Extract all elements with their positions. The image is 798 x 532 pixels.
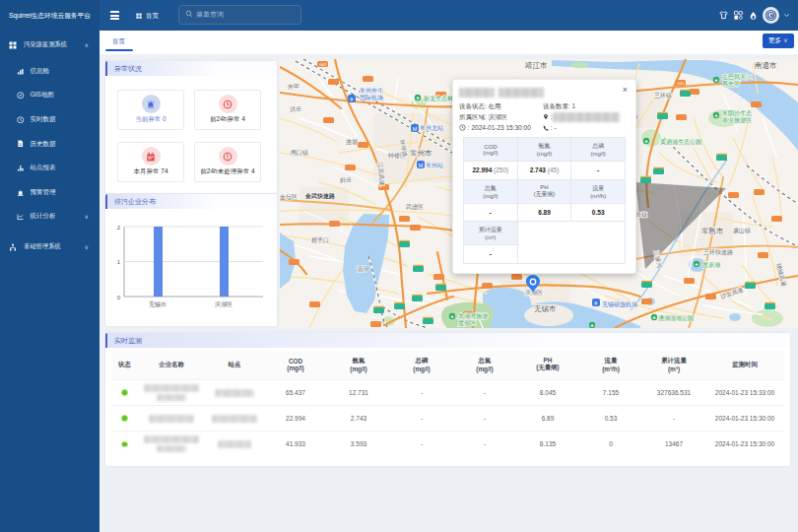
svg-text:漕湖湿地公园: 漕湖湿地公园 bbox=[658, 314, 694, 322]
svg-text:常熟市: 常熟市 bbox=[701, 227, 724, 235]
svg-text:闸口镇: 闸口镇 bbox=[291, 150, 308, 157]
svg-text:金坛区: 金坛区 bbox=[280, 193, 298, 200]
svg-text:✈: ✈ bbox=[350, 97, 355, 102]
svg-text:新龙生态林: 新龙生态林 bbox=[424, 95, 454, 101]
svg-text:风光带: 风光带 bbox=[722, 81, 740, 88]
svg-text:♣: ♣ bbox=[417, 96, 420, 100]
svg-text:♣: ♣ bbox=[715, 78, 718, 83]
svg-text:M: M bbox=[419, 163, 424, 168]
svg-text:M: M bbox=[413, 126, 418, 132]
svg-text:洪庄: 洪庄 bbox=[290, 105, 301, 112]
svg-text:0: 0 bbox=[117, 295, 121, 300]
svg-text:三环镇: 三环镇 bbox=[654, 93, 672, 99]
svg-text:♣: ♣ bbox=[591, 323, 594, 328]
svg-text:连塘: 连塘 bbox=[346, 138, 358, 146]
svg-text:靖江市: 靖江市 bbox=[525, 61, 548, 70]
svg-text:G42: G42 bbox=[319, 62, 327, 67]
svg-text:国际机场: 国际机场 bbox=[360, 94, 383, 101]
svg-text:滨湖区: 滨湖区 bbox=[215, 300, 233, 307]
svg-text:1: 1 bbox=[117, 259, 121, 265]
svg-text:金武快速路: 金武快速路 bbox=[304, 192, 336, 200]
svg-text:常州市: 常州市 bbox=[410, 149, 432, 158]
svg-text:滆湖: 滆湖 bbox=[357, 266, 368, 272]
svg-text:农业旅游区: 农业旅游区 bbox=[722, 116, 752, 124]
svg-text:2: 2 bbox=[117, 225, 121, 231]
svg-text:横子口: 横子口 bbox=[311, 236, 329, 244]
svg-text:南通市: 南通市 bbox=[754, 61, 777, 70]
svg-text:虞山镇: 虞山镇 bbox=[733, 228, 751, 233]
svg-text:左巴戟滨江: 左巴戟滨江 bbox=[722, 73, 752, 80]
svg-text:常阴沙生态: 常阴沙生态 bbox=[722, 109, 752, 117]
svg-text:常州奔牛: 常州奔牛 bbox=[360, 88, 383, 94]
svg-text:无锡硕放机场: 无锡硕放机场 bbox=[602, 300, 637, 308]
svg-text:常州北站: 常州北站 bbox=[420, 124, 443, 132]
svg-text:♣: ♣ bbox=[715, 113, 718, 118]
svg-text:斜庄: 斜庄 bbox=[340, 176, 352, 184]
svg-text:G40: G40 bbox=[677, 81, 685, 86]
svg-text:奔甲: 奔甲 bbox=[288, 84, 299, 90]
svg-text:✈: ✈ bbox=[594, 300, 599, 306]
svg-text:大湖湾旅游: 大湖湾旅游 bbox=[458, 312, 488, 320]
svg-text:♣: ♣ bbox=[653, 315, 656, 320]
svg-text:♣: ♣ bbox=[696, 262, 698, 267]
svg-text:常州站: 常州站 bbox=[426, 163, 443, 169]
svg-text:昆承湖: 昆承湖 bbox=[702, 262, 720, 269]
svg-text:♣: ♣ bbox=[451, 314, 454, 319]
svg-text:三环快速路: 三环快速路 bbox=[703, 249, 733, 256]
svg-text:无锡市: 无锡市 bbox=[534, 304, 557, 313]
svg-text:黄泗浦生态公园: 黄泗浦生态公园 bbox=[660, 138, 701, 146]
svg-text:度假区: 度假区 bbox=[458, 319, 476, 327]
svg-text:武进区: 武进区 bbox=[406, 203, 424, 211]
svg-text:无锡市: 无锡市 bbox=[149, 300, 166, 308]
svg-text:♣: ♣ bbox=[645, 139, 648, 144]
